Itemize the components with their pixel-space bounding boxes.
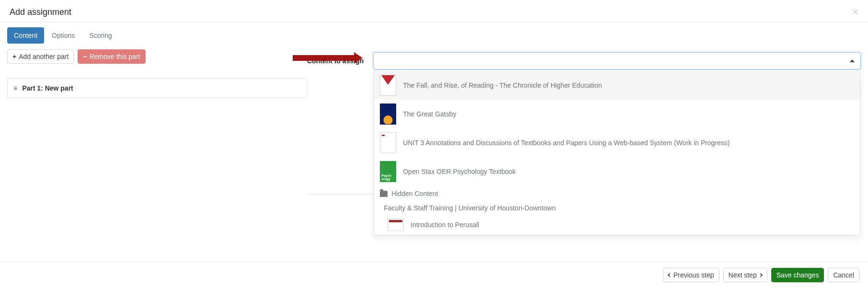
- option-label: The Fall, and Rise, of Reading - The Chr…: [403, 81, 602, 89]
- option-label: Open Stax OER Psychology Textbook: [403, 168, 516, 175]
- tabs: Content Options Scoring: [7, 27, 307, 44]
- content-assign-dropdown: The Fall, and Rise, of Reading - The Chr…: [374, 71, 860, 235]
- caret-up-icon: [850, 59, 855, 62]
- part-label: Part 1: New part: [22, 84, 73, 92]
- content-assign-select[interactable]: The Fall, and Rise, of Reading - The Chr…: [373, 52, 861, 69]
- part-card[interactable]: ≡ Part 1: New part: [7, 78, 307, 98]
- folder-label: Hidden Content: [391, 190, 438, 197]
- save-changes-label: Save changes: [777, 271, 819, 279]
- thumbnail-icon: [380, 161, 396, 182]
- right-column: Content to assign The Fall, and Rise, of…: [307, 27, 861, 195]
- cancel-label: Cancel: [833, 271, 854, 279]
- dropdown-option[interactable]: The Fall, and Rise, of Reading - The Chr…: [374, 71, 860, 100]
- close-icon[interactable]: ×: [852, 6, 858, 18]
- tab-options[interactable]: Options: [45, 27, 81, 44]
- folder-icon: [380, 191, 388, 197]
- modal-title: Add assignment: [10, 7, 71, 17]
- drag-handle-icon[interactable]: ≡: [13, 84, 17, 92]
- option-label: The Great Gatsby: [403, 110, 456, 118]
- modal-footer: Previous step Next step Save changes Can…: [0, 262, 868, 288]
- thumbnail-icon: [380, 104, 396, 125]
- chevron-left-icon: [667, 273, 671, 277]
- plus-icon: +: [12, 53, 16, 60]
- minus-icon: −: [83, 53, 87, 60]
- cancel-button[interactable]: Cancel: [828, 268, 859, 282]
- add-assignment-modal: Add assignment × Content Options Scoring…: [0, 0, 868, 288]
- dropdown-group-heading: Faculty & Staff Training | University of…: [374, 201, 860, 215]
- option-label: Introduction to Perusall: [411, 221, 479, 229]
- next-step-label: Next step: [729, 271, 757, 279]
- annotation-arrow-content: [293, 55, 355, 61]
- remove-part-label: Remove this part: [90, 53, 140, 60]
- left-column: Content Options Scoring + Add another pa…: [7, 27, 307, 195]
- option-label: UNIT 3 Annotations and Discussions of Te…: [403, 139, 730, 147]
- dropdown-folder[interactable]: Hidden Content: [374, 186, 860, 201]
- thumbnail-icon: [380, 132, 396, 153]
- dropdown-option[interactable]: Open Stax OER Psychology Textbook: [374, 157, 860, 186]
- add-part-label: Add another part: [19, 53, 69, 60]
- dropdown-option[interactable]: The Great Gatsby: [374, 100, 860, 128]
- previous-step-button[interactable]: Previous step: [663, 268, 720, 282]
- tab-content[interactable]: Content: [7, 27, 44, 44]
- chevron-right-icon: [758, 273, 762, 277]
- dropdown-option[interactable]: Introduction to Perusall: [374, 215, 860, 235]
- previous-step-label: Previous step: [674, 271, 714, 279]
- tab-scoring[interactable]: Scoring: [82, 27, 118, 44]
- add-part-button[interactable]: + Add another part: [7, 49, 74, 64]
- remove-part-button[interactable]: − Remove this part: [78, 49, 145, 64]
- thumbnail-icon: [388, 219, 404, 231]
- next-step-button[interactable]: Next step: [723, 268, 767, 282]
- save-changes-button[interactable]: Save changes: [771, 268, 824, 282]
- dropdown-option[interactable]: UNIT 3 Annotations and Discussions of Te…: [374, 128, 860, 157]
- thumbnail-icon: [380, 75, 396, 96]
- modal-header: Add assignment ×: [0, 0, 868, 23]
